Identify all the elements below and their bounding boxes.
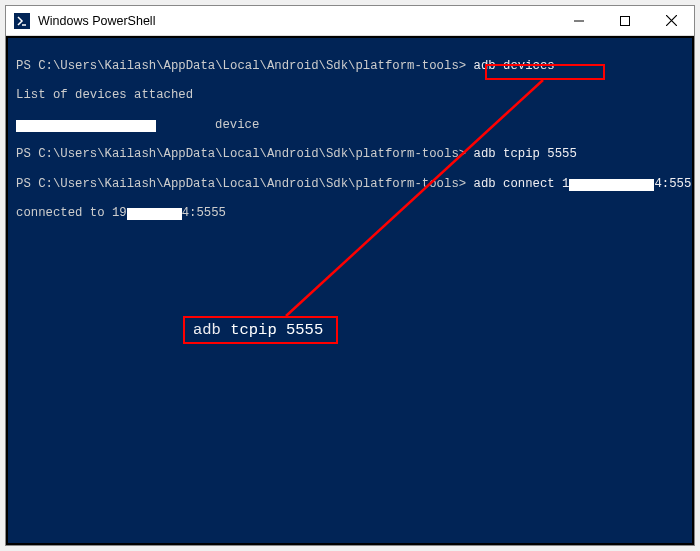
maximize-button[interactable] bbox=[602, 6, 648, 35]
terminal-line: PS C:\Users\Kailash\AppData\Local\Androi… bbox=[16, 177, 684, 192]
command-text: adb devices bbox=[474, 59, 555, 73]
connected-text: connected to 19 bbox=[16, 206, 127, 220]
redacted-block bbox=[16, 120, 156, 132]
window-title: Windows PowerShell bbox=[38, 14, 556, 28]
callout-label: adb tcpip 5555 bbox=[193, 321, 323, 340]
terminal-line: PS C:\Users\Kailash\AppData\Local\Androi… bbox=[16, 59, 684, 74]
prompt: PS C:\Users\Kailash\AppData\Local\Androi… bbox=[16, 147, 466, 161]
svg-rect-0 bbox=[621, 16, 630, 25]
svg-line-1 bbox=[286, 80, 543, 316]
callout-args: tcpip 5555 bbox=[221, 321, 323, 339]
terminal-output: device bbox=[16, 118, 684, 133]
callout-box: adb tcpip 5555 bbox=[183, 316, 338, 344]
prompt: PS C:\Users\Kailash\AppData\Local\Androi… bbox=[16, 177, 466, 191]
command-text: 4:5555 bbox=[654, 177, 694, 191]
callout-connector-line bbox=[8, 38, 692, 543]
device-label: device bbox=[215, 118, 259, 132]
terminal-line: PS C:\Users\Kailash\AppData\Local\Androi… bbox=[16, 147, 684, 162]
terminal-area[interactable]: PS C:\Users\Kailash\AppData\Local\Androi… bbox=[6, 36, 694, 545]
powershell-icon bbox=[14, 13, 30, 29]
window-controls bbox=[556, 6, 694, 35]
redacted-block bbox=[569, 179, 654, 191]
title-bar[interactable]: Windows PowerShell bbox=[6, 6, 694, 36]
close-button[interactable] bbox=[648, 6, 694, 35]
prompt: PS C:\Users\Kailash\AppData\Local\Androi… bbox=[16, 59, 466, 73]
redacted-block bbox=[127, 208, 182, 220]
powershell-window: Windows PowerShell PS C:\Users\Kailash\A… bbox=[5, 5, 695, 546]
terminal-output: List of devices attached bbox=[16, 88, 684, 103]
command-text: adb tcpip 5555 bbox=[474, 147, 577, 161]
command-text: adb connect 1 bbox=[474, 177, 570, 191]
callout-cmd: adb bbox=[193, 321, 221, 339]
minimize-button[interactable] bbox=[556, 6, 602, 35]
connected-suffix: 4:5555 bbox=[182, 206, 226, 220]
terminal-output: connected to 194:5555 bbox=[16, 206, 684, 221]
